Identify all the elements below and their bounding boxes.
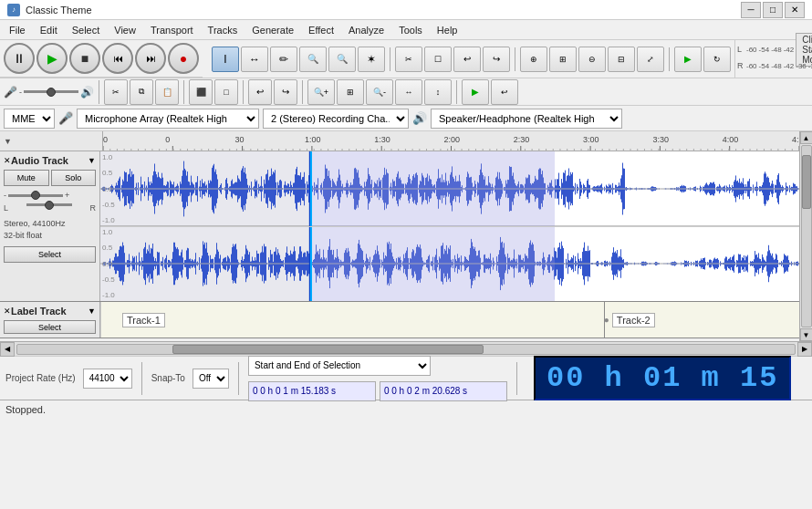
vu-r-label: R: [737, 61, 744, 70]
audio-waveform-area: 1.0 0.5 0.0 -0.5 -1.0 1.0 0.5 0.0 -0.5 -…: [100, 151, 799, 301]
snap-to-select[interactable]: Off: [193, 369, 229, 389]
label-track-close[interactable]: ✕: [4, 306, 11, 316]
skip-back-button[interactable]: ⏮: [102, 43, 133, 74]
silence-button[interactable]: ☐: [424, 47, 452, 72]
input-volume-slider[interactable]: [24, 90, 78, 93]
record-button[interactable]: ●: [168, 43, 199, 74]
draw-button[interactable]: ↩: [491, 79, 518, 105]
play2-button[interactable]: ▶: [462, 79, 489, 105]
zoom-out3-button[interactable]: 🔍-: [366, 79, 393, 105]
multi-tool-button[interactable]: ✶: [358, 47, 385, 72]
audio-track-close[interactable]: ✕: [4, 156, 11, 165]
vu-l-label: L: [737, 45, 744, 54]
v-scroll-thumb[interactable]: [802, 155, 811, 209]
audio-track-arrow[interactable]: ▼: [88, 156, 96, 165]
label-track-name: Label Track: [11, 306, 88, 317]
bottom-sep-1: [141, 362, 142, 395]
menu-transport[interactable]: Transport: [143, 23, 201, 37]
menu-edit[interactable]: Edit: [33, 23, 65, 37]
selection-mode-select[interactable]: Start and End of Selection: [248, 356, 431, 376]
bottom-toolbar: Project Rate (Hz) 44100 Snap-To Off Star…: [0, 356, 812, 400]
audio-track-info: Stereo, 44100Hz32-bit float: [4, 218, 96, 241]
scroll-down-button[interactable]: ▼: [800, 328, 813, 341]
undo2-button[interactable]: ↩: [248, 79, 272, 105]
project-rate-group: Project Rate (Hz) 44100: [5, 369, 132, 389]
channels-select[interactable]: 2 (Stereo) Recording Cha...: [263, 109, 409, 129]
project-rate-select[interactable]: 44100: [83, 369, 132, 389]
menu-select[interactable]: Select: [65, 23, 108, 37]
zoom-out2-button[interactable]: ⊖: [578, 47, 606, 72]
mic-device-icon: 🎤: [58, 111, 73, 125]
selection-end-input[interactable]: [380, 381, 507, 401]
menu-analyze[interactable]: Analyze: [341, 23, 391, 37]
silence-audio-button[interactable]: □: [214, 79, 238, 105]
cut-audio-button[interactable]: ✂: [104, 79, 128, 105]
label-track-arrow[interactable]: ▼: [88, 306, 96, 316]
zoom-v-button[interactable]: ↕: [424, 79, 452, 105]
maximize-button[interactable]: □: [763, 2, 783, 18]
zoom-fit3-button[interactable]: ⊞: [337, 79, 364, 105]
select-tool-button[interactable]: I: [212, 47, 239, 72]
track1-label-text[interactable]: Track-1: [122, 313, 165, 327]
pause-button[interactable]: ⏸: [4, 43, 35, 74]
draw-tool-button[interactable]: ✏: [270, 47, 297, 72]
gain-slider[interactable]: [8, 194, 63, 197]
pan-slider[interactable]: [26, 203, 72, 206]
device-toolbar: MME 🎤 Microphone Array (Realtek High 2 (…: [0, 106, 812, 131]
audio-track-select-button[interactable]: Select: [4, 246, 96, 263]
close-button[interactable]: ✕: [785, 2, 805, 18]
redo2-button[interactable]: ↪: [274, 79, 297, 105]
solo-button[interactable]: Solo: [51, 170, 97, 186]
mute-button[interactable]: Mute: [4, 170, 49, 186]
trim-button[interactable]: ✂: [395, 47, 422, 72]
track2-label-text[interactable]: Track-2: [612, 313, 655, 327]
zoom-h-button[interactable]: ↔: [395, 79, 422, 105]
zoom-out-button[interactable]: 🔍: [328, 47, 356, 72]
zoom-fit-button[interactable]: ⊞: [549, 47, 577, 72]
status-text: Stopped.: [5, 404, 46, 415]
redo-button[interactable]: ↪: [483, 47, 510, 72]
audio-track: ✕ Audio Track ▼ Mute Solo - + L R: [0, 151, 799, 302]
envelope-tool-button[interactable]: ↔: [241, 47, 268, 72]
audio-track-controls: ✕ Audio Track ▼ Mute Solo - + L R: [0, 151, 100, 301]
horizontal-scrollbar: ◀ ▶: [0, 341, 812, 356]
snap-to-label: Snap-To: [151, 373, 185, 383]
paste-button[interactable]: 📋: [155, 79, 179, 105]
zoom-in-button[interactable]: 🔍: [299, 47, 327, 72]
scroll-right-button[interactable]: ▶: [797, 342, 812, 357]
trim-audio-button[interactable]: ⬛: [189, 79, 213, 105]
selection-start-input[interactable]: [248, 381, 376, 401]
play-button[interactable]: ▶: [36, 43, 68, 74]
undo-button[interactable]: ↩: [453, 47, 481, 72]
zoom-sel-button[interactable]: ⊕: [520, 47, 547, 72]
label-track-controls: ✕ Label Track ▼ Select: [0, 302, 100, 338]
pan-l-label: L: [4, 203, 8, 213]
h-scroll-track: [16, 344, 796, 355]
input-device-select[interactable]: Microphone Array (Realtek High: [77, 109, 259, 129]
scroll-left-button[interactable]: ◀: [0, 342, 15, 357]
h-scroll-thumb[interactable]: [172, 345, 484, 354]
transport-toolbar: ⏸ ▶ ■ ⏮ ⏭ ●: [0, 40, 203, 78]
zoom-in2-button[interactable]: 🔍+: [307, 79, 335, 105]
copy-button[interactable]: ⧉: [130, 79, 153, 105]
minimize-button[interactable]: ─: [741, 2, 761, 18]
loop-button[interactable]: ↻: [703, 47, 731, 72]
toggle-scrub-button[interactable]: ⤢: [637, 47, 664, 72]
scroll-up-button[interactable]: ▲: [800, 131, 813, 144]
skip-forward-button[interactable]: ⏭: [135, 43, 166, 74]
zoom-fit2-button[interactable]: ⊟: [608, 47, 635, 72]
stop-button[interactable]: ■: [69, 43, 100, 74]
play-green-button[interactable]: ▶: [674, 47, 702, 72]
menu-effect[interactable]: Effect: [301, 23, 341, 37]
label-track-select-button[interactable]: Select: [4, 320, 96, 334]
menu-tracks[interactable]: Tracks: [201, 23, 245, 37]
menu-file[interactable]: File: [2, 23, 33, 37]
output-device-select[interactable]: Speaker/Headphone (Realtek High: [431, 109, 622, 129]
menu-tools[interactable]: Tools: [391, 23, 430, 37]
host-select[interactable]: MME: [4, 109, 55, 129]
title-bar: ♪ Classic Theme ─ □ ✕: [0, 0, 812, 20]
gain-minus-icon: -: [4, 191, 6, 200]
menu-view[interactable]: View: [107, 23, 143, 37]
menu-help[interactable]: Help: [430, 23, 465, 37]
menu-generate[interactable]: Generate: [245, 23, 301, 37]
